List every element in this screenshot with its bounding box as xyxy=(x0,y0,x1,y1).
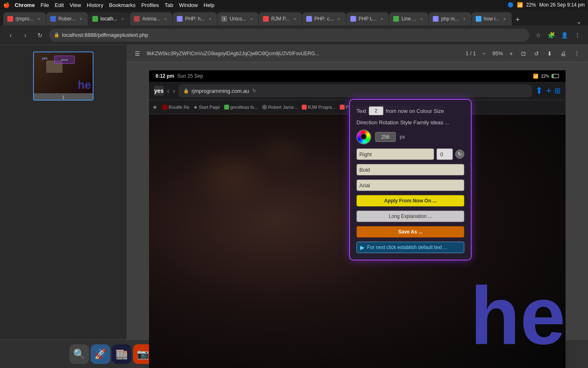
tab-close-12[interactable]: × xyxy=(502,16,508,22)
style-select[interactable]: Bold xyxy=(356,164,464,175)
menu-file[interactable]: File xyxy=(40,2,49,8)
menu-chrome[interactable]: Chrome xyxy=(15,2,35,8)
menubar-items: Chrome File Edit View History Bookmarks … xyxy=(15,2,214,8)
tab-rober[interactable]: Rober... × xyxy=(46,12,88,25)
forward-button[interactable]: › xyxy=(20,29,31,41)
font-select-row: Arial xyxy=(356,180,464,191)
tab-anima[interactable]: Anima... × xyxy=(130,12,172,25)
pdf-zoom-level: 95% xyxy=(492,50,503,56)
ios-new-tab-button[interactable]: + xyxy=(546,85,551,96)
tab-php-m[interactable]: php m... × xyxy=(429,12,471,25)
ios-date: Sun 25 Sep xyxy=(177,73,203,79)
default-text-bar[interactable]: ▶ For next click establish default text … xyxy=(356,242,464,253)
pdf-menu-button[interactable]: ☰ xyxy=(133,49,142,58)
ios-forward-button[interactable]: › xyxy=(173,87,175,95)
address-bar[interactable]: 🔒 localhost:8888/pdfimageplustext.php xyxy=(49,29,529,42)
save-as-button[interactable]: Save As ... xyxy=(356,226,464,238)
long-explanation-button[interactable]: Long Explanation ... xyxy=(356,211,464,222)
tab-label-1: rjmpro... xyxy=(16,16,33,22)
ios-bookmark-5[interactable]: RJM Progra... xyxy=(302,105,336,110)
tab-close-1[interactable]: × xyxy=(36,16,42,22)
pdf-thumb-image: he yes popup xyxy=(34,52,93,93)
tab-localhost[interactable]: localh... × xyxy=(88,12,129,25)
ios-tabs-button[interactable]: ⊞ xyxy=(555,86,561,95)
tab-bar: rjmpro... × Rober... × localh... × Anima… xyxy=(0,10,588,25)
tab-rjmpro[interactable]: rjmpro... × xyxy=(3,12,46,25)
tab-php-l[interactable]: PHP L... × xyxy=(346,12,389,25)
dock-finder[interactable]: 🔍 xyxy=(69,344,89,364)
pdf-viewer: he yes popup 1 ☰ 9kKZW5kc3RyZWFtCmVuZG9i… xyxy=(0,45,588,368)
play-icon: ▶ xyxy=(360,244,365,251)
pdf-rotate-button[interactable]: ↺ xyxy=(532,49,541,58)
pdf-more-button[interactable]: ⋮ xyxy=(572,49,581,58)
extension-button[interactable]: 🧩 xyxy=(546,29,557,41)
dock-launchpad[interactable]: 🚀 xyxy=(91,344,110,364)
more-button[interactable]: ⋮ xyxy=(572,29,583,41)
tab-favicon-9 xyxy=(350,16,356,22)
reload-button[interactable]: ↻ xyxy=(34,29,46,41)
toolbar-right: ☆ 🧩 👤 ⋮ xyxy=(532,29,583,41)
ios-bookmark-3[interactable]: grevilleas fo... xyxy=(224,105,258,110)
pdf-thumbnail-1[interactable]: he yes popup 1 xyxy=(33,52,94,101)
tab-close-3[interactable]: × xyxy=(120,16,125,22)
pdf-print-button[interactable]: 🖨 xyxy=(559,49,568,58)
bookmark-favicon-5 xyxy=(302,105,307,110)
menu-help[interactable]: Help xyxy=(204,2,215,8)
tab-php-h[interactable]: PHP: h... × xyxy=(173,12,217,25)
ios-bookmark-4[interactable]: Robert Jame... xyxy=(262,105,298,110)
tab-unicode[interactable]: i Unico... × xyxy=(217,12,258,25)
ios-bookmark-1[interactable]: Rouille Re xyxy=(163,105,189,110)
bookmark-favicon-6 xyxy=(340,105,345,110)
popup-text-input[interactable] xyxy=(369,106,383,115)
tab-close-10[interactable]: × xyxy=(419,16,424,22)
dock-appstore[interactable]: 🏬 xyxy=(112,344,131,364)
tab-close-8[interactable]: × xyxy=(336,16,342,22)
tab-close-11[interactable]: × xyxy=(461,16,467,22)
tab-close-7[interactable]: × xyxy=(292,16,298,22)
ios-back-button[interactable]: ‹ xyxy=(167,87,169,95)
tab-close-5[interactable]: × xyxy=(207,16,213,22)
default-text-label: For next click establish default text ..… xyxy=(367,245,448,250)
menu-profiles[interactable]: Profiles xyxy=(141,2,159,8)
font-select[interactable]: Arial xyxy=(356,180,464,191)
direction-number-input[interactable] xyxy=(437,148,453,160)
tab-php-c[interactable]: PHP: c... × xyxy=(302,12,346,25)
profile-button[interactable]: 👤 xyxy=(559,29,570,41)
direction-select[interactable]: Right xyxy=(356,148,434,160)
ios-reload-icon[interactable]: ↻ xyxy=(252,88,256,94)
ios-bookmark-star-icon[interactable]: ★ xyxy=(152,104,158,110)
menu-edit[interactable]: Edit xyxy=(55,2,64,8)
apply-from-now-button[interactable]: Apply From Now On ... xyxy=(356,195,464,206)
bookmark-star-button[interactable]: ☆ xyxy=(532,29,544,41)
tab-close-2[interactable]: × xyxy=(78,16,84,22)
tab-close-4[interactable]: × xyxy=(163,16,168,22)
menu-history[interactable]: History xyxy=(87,2,103,8)
pdf-fit-button[interactable]: ⊡ xyxy=(519,49,528,58)
tab-add-button[interactable]: + xyxy=(512,14,523,25)
color-picker-circle[interactable] xyxy=(356,130,371,144)
rotate-button[interactable]: ↻ xyxy=(455,150,464,159)
tab-favicon-1 xyxy=(7,16,13,22)
back-button[interactable]: ‹ xyxy=(5,29,16,41)
tab-list-button[interactable]: ⌄ xyxy=(573,18,585,25)
tab-line[interactable]: Line ... × xyxy=(389,12,428,25)
ios-address-bar[interactable]: 🔒 rjmprogramming.com.au ↻ xyxy=(178,84,532,97)
ios-share-button[interactable]: ⬆ xyxy=(535,85,543,96)
ios-bookmark-2[interactable]: ★ Start Page xyxy=(194,105,220,110)
menu-tab[interactable]: Tab xyxy=(165,2,173,8)
pdf-page-indicator: 1 / 1 xyxy=(466,50,476,56)
menu-view[interactable]: View xyxy=(69,2,81,8)
tab-how-i[interactable]: how i... × xyxy=(472,12,512,25)
tab-favicon-2 xyxy=(50,16,56,22)
pdf-zoom-in-button[interactable]: + xyxy=(508,49,514,58)
tab-rjm-p[interactable]: RJM P... × xyxy=(259,12,301,25)
pdf-zoom-out-button[interactable]: − xyxy=(481,49,488,58)
color-value-input[interactable] xyxy=(375,132,396,142)
apple-menu[interactable]: 🍎 xyxy=(3,2,10,8)
pdf-download-button[interactable]: ⬇ xyxy=(546,49,554,58)
menu-window[interactable]: Window xyxy=(179,2,198,8)
bookmark-label-4: Robert Jame... xyxy=(268,105,298,110)
tab-close-9[interactable]: × xyxy=(379,16,385,22)
menu-bookmarks[interactable]: Bookmarks xyxy=(109,2,136,8)
tab-close-6[interactable]: × xyxy=(249,16,254,22)
